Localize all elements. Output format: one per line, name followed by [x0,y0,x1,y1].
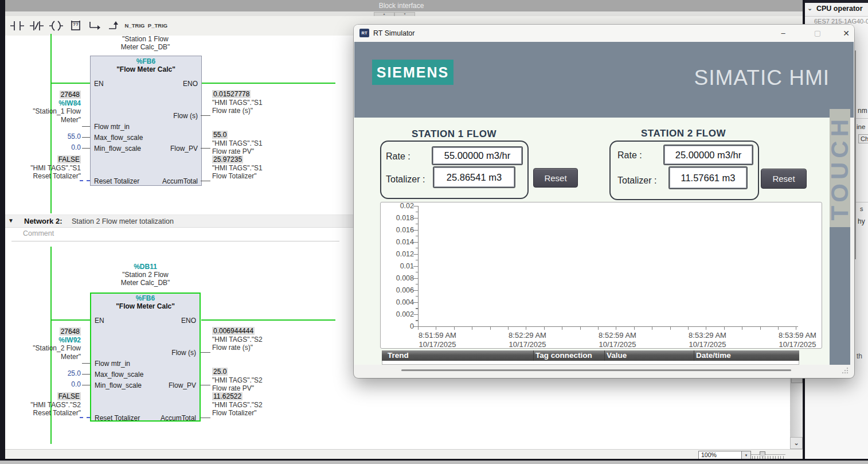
cpu-operator-panel-header[interactable]: ⌄ CPU operator [805,3,868,17]
operand-address[interactable]: %IW92 [6,336,81,345]
x-axis-tick-label: 8:52:59 AM10/17/2025 [574,331,660,349]
tag-name-line[interactable]: Meter" [6,116,81,124]
tag-name-line[interactable]: "HMI TAGS"."S1 [6,164,81,173]
network1-db-caption[interactable]: "Station 1 Flow Meter Calc_DB" [90,35,201,51]
simulator-hscrollbar[interactable] [401,369,791,371]
tag-name-line[interactable]: "Station_1 Flow [6,107,81,116]
x-axis-tick-label: 8:51:59 AM10/17/2025 [394,331,480,349]
tag-name-line[interactable]: "HMI TAGS"."S1 [212,164,298,173]
operand-station2-flow-meter[interactable]: 27648 %IW92 "Station_2 Flow Meter" [6,327,81,361]
minimize-button[interactable]: – [775,27,791,40]
fb-block-station2[interactable]: %FB6 "Flow Meter Calc" EN ENO Flow mtr_i… [90,293,201,422]
monitor-value[interactable]: 27648 [60,327,81,336]
simulator-titlebar[interactable]: RT RT Simulator – ▢ ✕ [354,25,854,42]
monitor-value[interactable]: 25.97235 [212,155,243,163]
no-contact-button[interactable] [9,17,26,34]
monitor-value[interactable]: 11.62522 [212,392,243,400]
monitor-value[interactable]: 25.0 [212,368,228,376]
monitor-value[interactable]: 27648 [60,91,81,99]
eno-wire [201,83,335,84]
coil-icon [49,20,64,32]
tag-name-line[interactable]: Flow rate (s)" [212,344,298,352]
station1-totalizer-field[interactable]: 25.86541 m3 [433,166,515,188]
tag-name-line[interactable]: Reset Totalizer" [6,409,81,418]
panel-scrollbar-line[interactable] [855,50,856,259]
coil-button[interactable] [48,17,65,34]
tag-name-line[interactable]: "HMI TAGS"."S2 [212,376,298,385]
db-caption-line: Meter Calc_DB" [90,43,201,51]
operand-s2-flow-totalizer[interactable]: 11.62522 "HMI TAGS"."S2 Flow Totalizer" [212,392,298,418]
scroll-down-button[interactable]: ⌄ [790,437,803,449]
operand-s2-flow-rate-s[interactable]: 0.006944444 "HMI TAGS"."S2 Flow rate (s)… [212,327,298,352]
station1-reset-button[interactable]: Reset [533,168,578,188]
station2-rate-label: Rate : [617,150,642,161]
tag-name-line[interactable]: Reset Totalizer" [6,172,81,181]
db-caption-line: "Station 1 Flow [90,35,201,43]
station1-rate-label: Rate : [386,151,410,162]
network2-comment[interactable]: Comment [23,229,54,237]
x-minor-ticks [418,327,798,330]
trend-chart: 0.020.0180.0160.0140.0120.010.0080.0060.… [380,202,822,349]
operand-s1-flow-totalizer[interactable]: 25.97235 "HMI TAGS"."S1 Flow Totalizer" [212,155,298,181]
operand-s2-reset[interactable]: FALSE "HMI TAGS"."S2 Reset Totalizer" [6,392,81,418]
block-interface-bar[interactable]: Block interface [0,0,803,11]
tag-name-line[interactable]: "Station_2 Flow [6,344,81,353]
close-button[interactable]: ✕ [838,27,854,40]
operand-s1-flow-rate-s[interactable]: 0.01527778 "HMI TAGS"."S1 Flow rate (s)" [212,90,298,115]
chevron-down-icon[interactable]: ⌄ [807,5,812,12]
constant-min-flow[interactable]: 0.0 [6,143,81,152]
constant-min-flow[interactable]: 0.0 [6,380,81,389]
en-wire [52,319,90,321]
p-trig-button[interactable]: P_TRIG [146,17,169,34]
monitor-value[interactable]: FALSE [57,155,81,163]
monitor-value[interactable]: 55.0 [212,131,228,139]
network-collapse-icon[interactable]: ▼ [8,217,14,224]
nc-contact-button[interactable] [28,17,45,34]
monitor-value[interactable]: 0.01527778 [212,90,251,98]
tag-name-line[interactable]: "HMI TAGS"."S2 [6,401,81,410]
station1-rate-field[interactable]: 55.00000 m3/hr [432,146,523,165]
window-resize-grip[interactable] [842,367,849,374]
operand-s1-flow-rate-pv[interactable]: 55.0 "HMI TAGS"."S1 Flow rate PV" [212,131,298,156]
tag-name-line[interactable]: Flow rate PV" [212,147,298,156]
station2-reset-button[interactable]: Reset [761,169,807,189]
tag-name-line[interactable]: "HMI TAGS"."S1 [212,139,298,148]
monitor-value[interactable]: FALSE [57,392,81,400]
panel-fragment: s [860,205,863,212]
y-axis-tick-label: 0.018 [381,214,414,222]
bool-false-wire [80,417,90,418]
operand-s2-flow-rate-pv[interactable]: 25.0 "HMI TAGS"."S2 Flow rate PV" [212,368,298,393]
zoom-combobox[interactable]: 100% [698,451,742,459]
panel-divider [856,118,868,119]
fb-block-station1[interactable]: %FB6 "Flow Meter Calc" EN ENO Flow mtr_i… [90,56,202,186]
tag-name-line[interactable]: Flow Totalizer" [212,172,298,181]
tag-name-line[interactable]: Meter" [6,353,81,361]
tag-name-line[interactable]: Flow rate (s)" [212,107,298,115]
tag-name-line[interactable]: "HMI TAGS"."S2 [212,336,298,344]
tag-name-line[interactable]: Flow Totalizer" [212,409,298,418]
tag-name-line[interactable]: "HMI TAGS"."S1 [212,99,298,107]
station2-rate-field[interactable]: 25.00000 m3/hr [663,145,753,165]
n-trig-button[interactable]: N_TRIG [123,17,146,34]
empty-box-button[interactable]: ?? [67,17,84,34]
station2-totalizer-field[interactable]: 11.57661 m3 [668,166,748,189]
y-axis-tick-label: 0.014 [381,238,414,246]
window-title: RT Simulator [373,29,415,37]
operand-s1-reset[interactable]: FALSE "HMI TAGS"."S1 Reset Totalizer" [6,155,81,181]
zoom-slider-track[interactable] [751,454,785,455]
tag-name-line[interactable]: "HMI TAGS"."S2 [212,401,298,410]
constant-max-flow[interactable]: 25.0 [6,369,81,378]
open-branch-button[interactable] [87,17,104,34]
network2-db-caption[interactable]: %DB11 "Station 2 Flow Meter Calc_DB" [90,263,201,287]
maximize-button[interactable]: ▢ [810,27,826,40]
close-branch-button[interactable] [106,17,123,34]
monitor-value[interactable]: 0.006944444 [212,327,255,335]
column-separator [533,350,534,361]
operand-address[interactable]: %IW84 [6,99,81,108]
panel-fragment-button[interactable]: Ch [858,134,868,143]
tag-name-line[interactable]: Flow rate PV" [212,384,298,393]
network2-title[interactable]: Station 2 Flow meter totalization [72,217,174,225]
operand-station1-flow-meter[interactable]: 27648 %IW84 "Station_1 Flow Meter" [6,91,81,124]
constant-max-flow[interactable]: 55.0 [6,132,81,141]
close-branch-icon [107,20,122,32]
